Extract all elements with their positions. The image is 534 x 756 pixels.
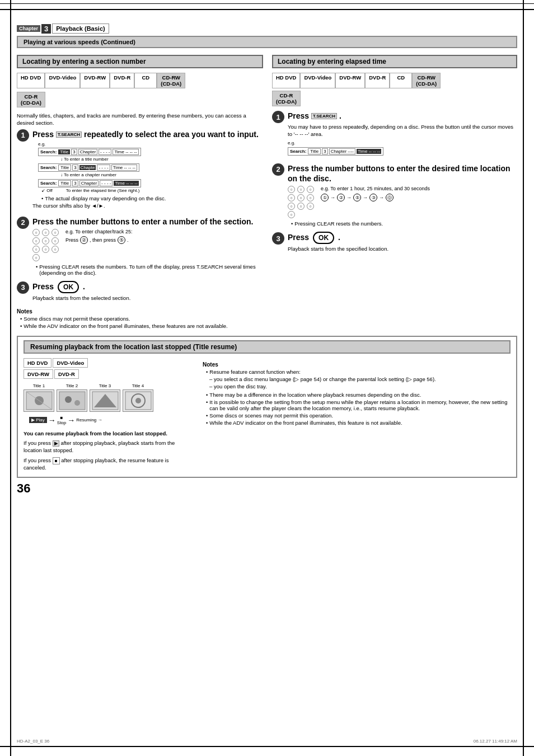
- disc-dvdvideo-right: DVD-Video: [300, 73, 335, 88]
- arrow-label-2: ↓ To enter a chapter number: [60, 172, 263, 177]
- resume-title: Resuming playback from the location last…: [24, 340, 510, 354]
- step2-eg-sequence: Press ② , then press ⑤ .: [65, 236, 132, 244]
- disc-cdrw-left: CD-RW(CD-DA): [157, 73, 185, 88]
- disc-dvdr-left: DVD-R: [110, 73, 134, 88]
- step1-content-left: Press T.SEARCH repeatedly to select the …: [32, 129, 263, 212]
- chapter-header: Chapter 3 Playback (Basic): [17, 24, 517, 34]
- ok-button-right[interactable]: OK: [313, 232, 334, 244]
- chapter-dashes-3: - - - -: [100, 180, 113, 186]
- num-btn-container-left: ○ ○ ○ ○ ○ ○ ○ ○ ○ ○: [32, 229, 60, 261]
- disc-cdr-left: CD-R(CD-DA): [17, 92, 45, 107]
- right-column: Locating by entering elapsed time HD DVD…: [272, 55, 517, 330]
- page-number: 36: [17, 481, 517, 496]
- title-diagram: Title 1 Title 2: [24, 383, 191, 412]
- num-btn-10: ○: [32, 254, 40, 261]
- step1-circle-left: 1: [17, 129, 29, 142]
- time-sequence: ① → ② → ⑤ → ③ → ⓪: [321, 194, 430, 201]
- step2-eg-detail-right: e.g. To enter 1 hour, 25 minutes, and 30…: [321, 186, 430, 201]
- resume-note-sub2: – you open the disc tray.: [209, 383, 510, 389]
- step3-content-right: Press OK . Playback starts from the spec…: [288, 232, 517, 255]
- arr4: →: [379, 195, 384, 200]
- resume-note-3: • Some discs or scenes may not permit th…: [206, 412, 510, 419]
- title-num-right: 3: [322, 148, 327, 154]
- title-active-1: Title: [58, 149, 70, 154]
- tsearch-icon-1: T.SEARCH: [56, 132, 82, 138]
- resume-dvdvideo: DVD-Video: [53, 358, 88, 368]
- resume-body-2: If you press ▶ after stopping playback, …: [24, 439, 191, 454]
- left-border: [10, 0, 11, 756]
- step3-left: 3 Press OK . Playback starts from the se…: [17, 281, 263, 304]
- num-btn-3: ○: [51, 229, 59, 236]
- step3-circle-right: 3: [272, 232, 284, 245]
- title-label-1: Title 1: [24, 383, 54, 388]
- resume-disc-row1: HD DVD DVD-Video: [24, 358, 191, 368]
- note-1-left: • Some discs may not permit these operat…: [20, 316, 263, 322]
- disc-dvdrw-left: DVD-RW: [80, 73, 110, 88]
- chapter-field-right: Chapter ----: [329, 148, 355, 154]
- step2-circle-left: 2: [17, 217, 29, 229]
- title-svg-4: [124, 391, 152, 411]
- step2-left: 2 Press the number buttons to enter a nu…: [17, 217, 263, 277]
- resume-two-col: HD DVD DVD-Video DVD-RW DVD-R Title 1: [24, 358, 510, 473]
- resume-section: Resuming playback from the location last…: [17, 336, 517, 478]
- rnum-btn-5: ○: [297, 194, 305, 201]
- bottom-border: [0, 746, 534, 756]
- resume-dvdr: DVD-R: [54, 369, 79, 379]
- time-field-1: Time -- -- --: [113, 149, 138, 155]
- step1-content-right: Press T.SEARCH . You may have to press r…: [288, 111, 517, 159]
- step2-heading-right: Press the number buttons to enter the de…: [288, 163, 517, 184]
- step2-eg-label-right: e.g. To enter 1 hour, 25 minutes, and 30…: [321, 186, 430, 191]
- resume-note-0: • Resume feature cannot function when:: [206, 369, 510, 375]
- rnum-btn-1: ○: [288, 186, 295, 193]
- step2-note-left: • Pressing CLEAR resets the numbers. To …: [36, 264, 263, 276]
- num-btn-1: ○: [32, 229, 40, 236]
- title-num-1: 3: [71, 149, 77, 155]
- rnum-btn-2: ○: [297, 186, 305, 193]
- svg-point-5: [74, 400, 80, 406]
- step2-content-left: Press the number buttons to enter a numb…: [32, 217, 263, 277]
- time-active-right: Time -- -- --: [357, 149, 381, 154]
- t-circle-5: ⑤: [353, 194, 361, 201]
- t-circle-2: ②: [337, 194, 345, 201]
- step1-heading-left: Press T.SEARCH repeatedly to select the …: [32, 129, 263, 139]
- title-box-4: Title 4: [123, 383, 153, 412]
- time-field-2: Time -- -- --: [111, 165, 137, 171]
- disc-cd-left: CD: [134, 73, 157, 88]
- timeline-arrow2: →: [67, 416, 75, 425]
- search-label-2: Search:: [40, 165, 57, 170]
- num-btn-grid-left: ○ ○ ○ ○ ○ ○ ○ ○ ○ ○: [32, 229, 60, 261]
- resuming-label: Resuming →: [76, 417, 102, 422]
- disc-hddvd-right: HD DVD: [272, 73, 300, 88]
- chapter-dashes-1: - - - -: [99, 149, 111, 155]
- svg-rect-3: [59, 392, 85, 410]
- notes-section-left: Notes • Some discs may not permit these …: [17, 308, 263, 329]
- circle-2: ②: [80, 236, 88, 244]
- search-examples: e.g. Search: Title 3 Chapter - - - - Tim…: [38, 142, 263, 201]
- disc-dvdr-right: DVD-R: [365, 73, 390, 88]
- step2-content-right: Press the number buttons to enter the de…: [288, 163, 517, 228]
- rnum-btn-10: ○: [288, 211, 295, 218]
- title-box-2: Title 2: [57, 383, 87, 412]
- resume-note-sub1: – you select a disc menu language (▷ pag…: [209, 376, 510, 382]
- search-display-1: Search: Title 3 Chapter - - - - Time -- …: [38, 148, 141, 156]
- disc-format-row-left: HD DVD DVD-Video DVD-RW DVD-R CD CD-RW(C…: [17, 73, 263, 88]
- title-icon-resume: ▶: [53, 440, 59, 447]
- step3-circle-left: 3: [17, 281, 29, 294]
- step3-heading-right: Press OK .: [288, 232, 517, 243]
- footer-bar: HD-A2_03_E 36 06.12.27 11:49:12 AM: [17, 739, 517, 744]
- search-display-3: Search: Title 3 Chapter - - - - Time -- …: [38, 179, 141, 187]
- t-circle-0: ⓪: [386, 194, 394, 201]
- search-label-1: Search:: [40, 149, 57, 154]
- stop-btn-inline: ■: [53, 457, 60, 464]
- chapter-number: 3: [41, 24, 51, 34]
- arrow-label-3: ↙ Off To enter the elapsed time (See rig…: [41, 188, 263, 193]
- num-btn-2: ○: [42, 229, 49, 236]
- search-bar-1: Search: Title 3 Chapter - - - - Time -- …: [38, 148, 263, 156]
- num-btn-5: ○: [42, 237, 49, 245]
- resume-notes-heading: Notes: [203, 361, 510, 368]
- search-label-right: Search:: [290, 149, 306, 154]
- footer-left: HD-A2_03_E 36: [17, 739, 49, 744]
- chapter-title: Playback (Basic): [52, 24, 109, 34]
- step3-heading-left: Press OK .: [32, 281, 263, 292]
- ok-button-left[interactable]: OK: [58, 281, 79, 293]
